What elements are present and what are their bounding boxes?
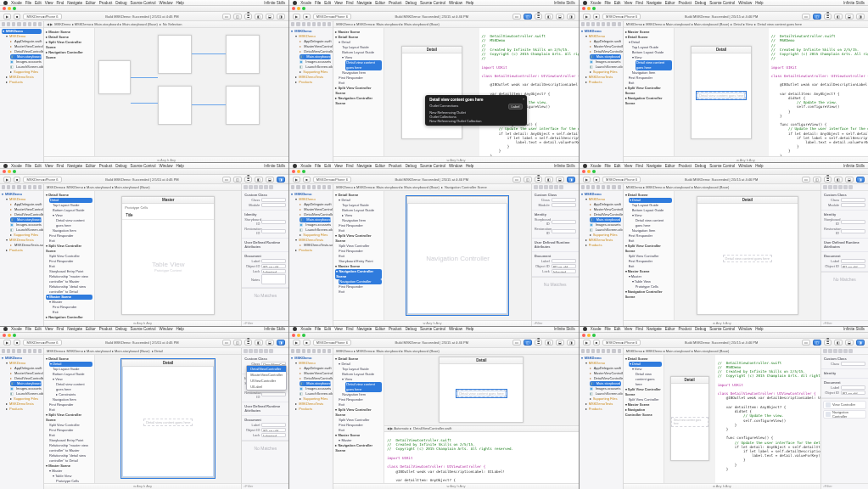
- canvas-bottom-bar[interactable]: w Any h Any: [44, 156, 288, 162]
- library-item[interactable]: View Controller: [823, 401, 866, 409]
- minimize-icon[interactable]: [8, 7, 11, 10]
- document-outline[interactable]: ▸ Master Scene ▸ Detail Scene ▸ Split Vi…: [44, 28, 95, 156]
- ib-canvas[interactable]: [95, 28, 288, 156]
- jump-bar[interactable]: ◀ ▶ MSKDemo ▸ MSKDemo ▸ Main.storyboard …: [44, 21, 288, 28]
- detail-label[interactable]: Detail view content goes here: [697, 92, 746, 99]
- class-dropdown[interactable]: DetailViewController MasterViewControlle…: [246, 365, 287, 391]
- panel-bottom-icon[interactable]: ⬓: [266, 14, 274, 20]
- utilities-panel[interactable]: Custom Class Class Module Identity Story…: [241, 184, 288, 325]
- ib-canvas[interactable]: Detail: [384, 28, 479, 156]
- panel-right-icon[interactable]: ◨: [277, 14, 285, 20]
- xcode-grid: Xcode FileEditViewFindNavigateEditorProd…: [0, 0, 868, 489]
- editor-assistant-icon[interactable]: ◫: [233, 14, 242, 20]
- cell-3-3: XcodeFileEditViewFindNavigateEditorProdu…: [580, 327, 868, 489]
- stop-button[interactable]: ■: [14, 14, 20, 20]
- activity-status: Build MSKDemo: Succeeded | 2/5/15 at 4:4…: [64, 14, 221, 19]
- assistant-code-editor[interactable]: // DetailViewController.swift // MSKDemo…: [479, 28, 579, 156]
- run-button[interactable]: ▶: [293, 14, 300, 20]
- editor-version-icon[interactable]: ≣: [244, 14, 252, 20]
- cell-1-3: XcodeFileEditViewFindNavigateEditorProdu…: [580, 0, 868, 162]
- scheme-selector[interactable]: MSKDemo ▸ iPhone 6: [313, 14, 351, 20]
- library-filter[interactable]: ⌕ Filter: [242, 320, 288, 326]
- toolbar: ▶ ■ MSKDemo ▸ iPhone 6 Build MSKDemo: Su…: [0, 12, 288, 21]
- cell-3-2: XcodeFileEditViewFindNavigateEditorProdu…: [289, 327, 578, 489]
- project-navigator[interactable]: ▾ MSKDemo ▾ MSKDemo AppDelegate.swift Ma…: [289, 21, 333, 162]
- library-item[interactable]: Navigation Controller: [823, 410, 866, 419]
- apple-menu-icon[interactable]: [3, 1, 8, 5]
- close-icon[interactable]: [3, 7, 6, 10]
- run-button[interactable]: ▶: [3, 14, 11, 20]
- stop-button[interactable]: ■: [303, 14, 310, 20]
- zoom-icon[interactable]: [13, 7, 16, 10]
- scheme-selector[interactable]: MSKDemo ▸ iPhone 6: [23, 14, 61, 20]
- cell-1-2: Xcode FileEditViewFindNavigateEditorProd…: [289, 0, 578, 162]
- window-controls: [0, 6, 288, 12]
- assistant-editor-button[interactable]: ◫: [524, 14, 532, 20]
- cell-3-1: XcodeFileEditViewFindNavigateEditorProdu…: [0, 327, 288, 489]
- cell-2-2: XcodeFileEditViewFindNavigateEditorProdu…: [289, 163, 578, 325]
- project-navigator[interactable]: ▾ MSKDemo ▾ MSKDemo AppDelegate.swift Ma…: [0, 21, 44, 162]
- panel-left-icon[interactable]: ◧: [255, 14, 263, 20]
- connections-popover[interactable]: × Detail view content goes here Outlet C…: [425, 95, 527, 126]
- editor-standard-icon[interactable]: ▭: [222, 14, 231, 20]
- apple-menu-icon[interactable]: [293, 1, 297, 5]
- document-outline[interactable]: ▸ Master Scene ▾ Detail Scene ▾ Detail T…: [333, 28, 384, 156]
- cell-1-1: Xcode FileEditViewFindNavigateEditorProd…: [0, 0, 288, 162]
- outline-detail-label[interactable]: Detail view content goes here: [345, 60, 382, 70]
- menubar[interactable]: Xcode FileEditViewFindNavigateEditorProd…: [0, 0, 288, 6]
- cell-2-3: XcodeFileEditViewFindNavigateEditorProdu…: [580, 163, 868, 325]
- cell-2-1: XcodeFileEditViewFindNavigateEditorProdu…: [0, 163, 288, 325]
- menubar[interactable]: Xcode FileEditViewFindNavigateEditorProd…: [289, 0, 578, 6]
- close-icon[interactable]: ×: [523, 97, 524, 101]
